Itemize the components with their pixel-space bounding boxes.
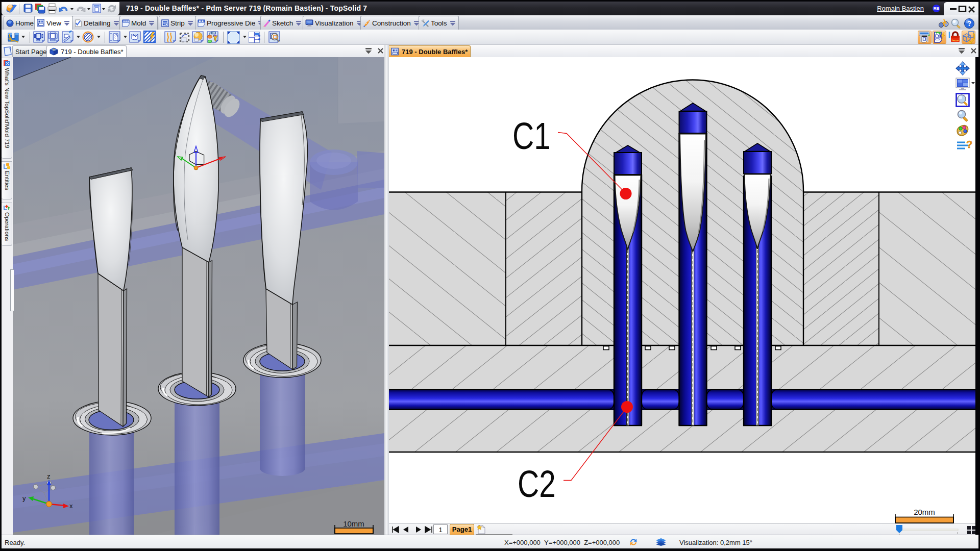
svg-text:10mm: 10mm bbox=[343, 519, 364, 528]
svg-text:y: y bbox=[22, 494, 26, 502]
svg-text:20mm: 20mm bbox=[914, 508, 935, 516]
svg-text:?: ? bbox=[966, 139, 972, 150]
svg-text:z: z bbox=[47, 472, 51, 480]
svg-text:C1: C1 bbox=[512, 115, 551, 157]
svg-text:?: ? bbox=[967, 19, 972, 28]
svg-text:C2: C2 bbox=[518, 463, 556, 505]
svg-text:x: x bbox=[69, 502, 73, 510]
